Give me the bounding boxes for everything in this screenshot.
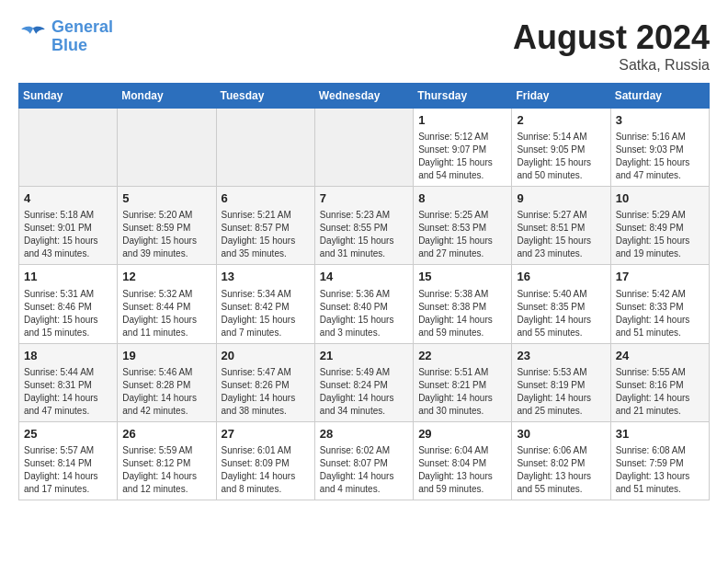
calendar-cell: 24Sunrise: 5:55 AM Sunset: 8:16 PM Dayli… xyxy=(610,343,709,421)
day-number: 11 xyxy=(24,269,112,285)
weekday-header: Monday xyxy=(118,84,216,109)
day-number: 6 xyxy=(222,190,310,207)
page-header: GeneralBlue August 2024 Satka, Russia xyxy=(18,18,710,74)
title-block: August 2024 Satka, Russia xyxy=(513,18,710,74)
day-number: 20 xyxy=(222,348,310,364)
day-number: 14 xyxy=(320,269,408,285)
calendar-cell: 8Sunrise: 5:25 AM Sunset: 8:53 PM Daylig… xyxy=(414,187,512,265)
calendar-cell: 25Sunrise: 5:57 AM Sunset: 8:14 PM Dayli… xyxy=(19,421,118,500)
day-number: 1 xyxy=(418,112,506,129)
calendar-week-row: 11Sunrise: 5:31 AM Sunset: 8:46 PM Dayli… xyxy=(19,265,710,343)
day-number: 4 xyxy=(24,190,112,207)
calendar-cell: 7Sunrise: 5:23 AM Sunset: 8:55 PM Daylig… xyxy=(314,187,413,265)
calendar-cell xyxy=(118,109,216,187)
calendar-table: SundayMondayTuesdayWednesdayThursdayFrid… xyxy=(18,83,710,500)
day-number: 28 xyxy=(320,426,408,442)
day-number: 21 xyxy=(320,348,408,364)
day-info: Sunrise: 5:21 AM Sunset: 8:57 PM Dayligh… xyxy=(222,209,310,260)
day-info: Sunrise: 5:14 AM Sunset: 9:05 PM Dayligh… xyxy=(517,131,605,182)
calendar-cell: 21Sunrise: 5:49 AM Sunset: 8:24 PM Dayli… xyxy=(314,343,413,421)
day-number: 17 xyxy=(616,269,704,285)
day-number: 10 xyxy=(616,190,704,207)
calendar-cell: 17Sunrise: 5:42 AM Sunset: 8:33 PM Dayli… xyxy=(610,265,709,343)
day-info: Sunrise: 6:06 AM Sunset: 8:02 PM Dayligh… xyxy=(517,444,605,496)
calendar-cell: 11Sunrise: 5:31 AM Sunset: 8:46 PM Dayli… xyxy=(19,265,118,343)
logo-icon xyxy=(18,22,48,52)
calendar-cell xyxy=(19,109,118,187)
weekday-header: Tuesday xyxy=(216,84,314,109)
calendar-cell: 6Sunrise: 5:21 AM Sunset: 8:57 PM Daylig… xyxy=(216,187,314,265)
day-number: 29 xyxy=(418,426,506,442)
day-info: Sunrise: 6:02 AM Sunset: 8:07 PM Dayligh… xyxy=(320,444,408,496)
day-info: Sunrise: 5:51 AM Sunset: 8:21 PM Dayligh… xyxy=(418,366,506,418)
day-number: 24 xyxy=(616,348,704,364)
day-info: Sunrise: 5:25 AM Sunset: 8:53 PM Dayligh… xyxy=(418,209,506,260)
day-info: Sunrise: 5:29 AM Sunset: 8:49 PM Dayligh… xyxy=(616,209,704,260)
day-info: Sunrise: 5:59 AM Sunset: 8:12 PM Dayligh… xyxy=(122,444,210,496)
day-number: 16 xyxy=(517,269,605,285)
day-number: 18 xyxy=(24,348,112,364)
day-info: Sunrise: 5:16 AM Sunset: 9:03 PM Dayligh… xyxy=(616,131,704,182)
day-info: Sunrise: 5:57 AM Sunset: 8:14 PM Dayligh… xyxy=(24,444,112,496)
weekday-header: Wednesday xyxy=(314,84,413,109)
logo-text: GeneralBlue xyxy=(51,18,113,55)
day-number: 2 xyxy=(517,112,605,129)
calendar-cell: 30Sunrise: 6:06 AM Sunset: 8:02 PM Dayli… xyxy=(512,421,610,500)
calendar-cell: 19Sunrise: 5:46 AM Sunset: 8:28 PM Dayli… xyxy=(118,343,216,421)
day-number: 13 xyxy=(222,269,310,285)
calendar-cell: 16Sunrise: 5:40 AM Sunset: 8:35 PM Dayli… xyxy=(512,265,610,343)
calendar-week-row: 18Sunrise: 5:44 AM Sunset: 8:31 PM Dayli… xyxy=(19,343,710,421)
calendar-cell: 28Sunrise: 6:02 AM Sunset: 8:07 PM Dayli… xyxy=(314,421,413,500)
calendar-cell: 15Sunrise: 5:38 AM Sunset: 8:38 PM Dayli… xyxy=(414,265,512,343)
calendar-cell: 23Sunrise: 5:53 AM Sunset: 8:19 PM Dayli… xyxy=(512,343,610,421)
calendar-cell: 29Sunrise: 6:04 AM Sunset: 8:04 PM Dayli… xyxy=(414,421,512,500)
calendar-cell: 26Sunrise: 5:59 AM Sunset: 8:12 PM Dayli… xyxy=(118,421,216,500)
calendar-cell: 12Sunrise: 5:32 AM Sunset: 8:44 PM Dayli… xyxy=(118,265,216,343)
calendar-cell: 5Sunrise: 5:20 AM Sunset: 8:59 PM Daylig… xyxy=(118,187,216,265)
logo: GeneralBlue xyxy=(18,18,113,55)
day-number: 3 xyxy=(616,112,704,129)
day-number: 7 xyxy=(320,190,408,207)
day-info: Sunrise: 5:12 AM Sunset: 9:07 PM Dayligh… xyxy=(418,131,506,182)
day-info: Sunrise: 5:46 AM Sunset: 8:28 PM Dayligh… xyxy=(122,366,210,418)
day-number: 26 xyxy=(122,426,210,442)
day-info: Sunrise: 5:49 AM Sunset: 8:24 PM Dayligh… xyxy=(320,366,408,418)
day-info: Sunrise: 5:53 AM Sunset: 8:19 PM Dayligh… xyxy=(517,366,605,418)
calendar-cell: 14Sunrise: 5:36 AM Sunset: 8:40 PM Dayli… xyxy=(314,265,413,343)
calendar-cell: 20Sunrise: 5:47 AM Sunset: 8:26 PM Dayli… xyxy=(216,343,314,421)
day-info: Sunrise: 5:27 AM Sunset: 8:51 PM Dayligh… xyxy=(517,209,605,260)
calendar-cell: 22Sunrise: 5:51 AM Sunset: 8:21 PM Dayli… xyxy=(414,343,512,421)
day-number: 5 xyxy=(122,190,210,207)
day-number: 19 xyxy=(122,348,210,364)
day-number: 9 xyxy=(517,190,605,207)
calendar-header-row: SundayMondayTuesdayWednesdayThursdayFrid… xyxy=(19,84,710,109)
day-info: Sunrise: 5:23 AM Sunset: 8:55 PM Dayligh… xyxy=(320,209,408,260)
calendar-cell: 4Sunrise: 5:18 AM Sunset: 9:01 PM Daylig… xyxy=(19,187,118,265)
calendar-cell: 3Sunrise: 5:16 AM Sunset: 9:03 PM Daylig… xyxy=(610,109,709,187)
day-info: Sunrise: 6:08 AM Sunset: 7:59 PM Dayligh… xyxy=(616,444,704,496)
day-info: Sunrise: 5:32 AM Sunset: 8:44 PM Dayligh… xyxy=(122,288,210,339)
weekday-header: Sunday xyxy=(19,84,118,109)
location-subtitle: Satka, Russia xyxy=(513,57,710,74)
calendar-cell: 9Sunrise: 5:27 AM Sunset: 8:51 PM Daylig… xyxy=(512,187,610,265)
calendar-cell: 13Sunrise: 5:34 AM Sunset: 8:42 PM Dayli… xyxy=(216,265,314,343)
calendar-cell: 1Sunrise: 5:12 AM Sunset: 9:07 PM Daylig… xyxy=(414,109,512,187)
day-number: 8 xyxy=(418,190,506,207)
day-number: 22 xyxy=(418,348,506,364)
day-info: Sunrise: 5:47 AM Sunset: 8:26 PM Dayligh… xyxy=(222,366,310,418)
day-number: 31 xyxy=(616,426,704,442)
day-number: 15 xyxy=(418,269,506,285)
day-number: 27 xyxy=(222,426,310,442)
calendar-cell: 27Sunrise: 6:01 AM Sunset: 8:09 PM Dayli… xyxy=(216,421,314,500)
day-number: 25 xyxy=(24,426,112,442)
calendar-cell: 10Sunrise: 5:29 AM Sunset: 8:49 PM Dayli… xyxy=(610,187,709,265)
day-info: Sunrise: 6:04 AM Sunset: 8:04 PM Dayligh… xyxy=(418,444,506,496)
day-info: Sunrise: 5:31 AM Sunset: 8:46 PM Dayligh… xyxy=(24,288,112,339)
calendar-week-row: 1Sunrise: 5:12 AM Sunset: 9:07 PM Daylig… xyxy=(19,109,710,187)
day-info: Sunrise: 5:38 AM Sunset: 8:38 PM Dayligh… xyxy=(418,288,506,339)
calendar-cell: 31Sunrise: 6:08 AM Sunset: 7:59 PM Dayli… xyxy=(610,421,709,500)
calendar-cell xyxy=(216,109,314,187)
weekday-header: Thursday xyxy=(414,84,512,109)
day-number: 23 xyxy=(517,348,605,364)
day-info: Sunrise: 5:55 AM Sunset: 8:16 PM Dayligh… xyxy=(616,366,704,418)
